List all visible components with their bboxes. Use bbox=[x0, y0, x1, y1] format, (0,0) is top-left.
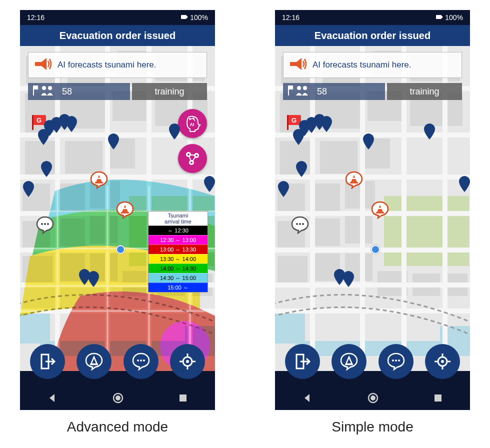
evacuee-marker[interactable] bbox=[296, 161, 307, 177]
evacuee-marker[interactable] bbox=[38, 129, 49, 145]
people-count: 58 bbox=[317, 86, 327, 97]
megaphone-icon bbox=[288, 56, 306, 74]
people-count-chip[interactable]: 58 bbox=[283, 83, 385, 100]
svg-rect-38 bbox=[181, 15, 186, 19]
status-bar: 12:16 100% bbox=[275, 10, 470, 25]
people-count-chip[interactable]: 58 bbox=[28, 83, 130, 100]
ai-badge[interactable]: AI bbox=[178, 109, 207, 138]
report-hazard-button[interactable] bbox=[76, 344, 112, 379]
android-nav-bar bbox=[275, 386, 470, 410]
nav-home-icon[interactable] bbox=[367, 392, 379, 404]
flag-people-icon bbox=[32, 84, 55, 99]
info-strip: 58 training bbox=[28, 83, 207, 100]
exit-button[interactable] bbox=[30, 344, 65, 379]
legend-row: 14:30 ～ 15:00 bbox=[148, 273, 208, 282]
hazard-bubble-icon bbox=[340, 352, 358, 371]
hazard-marker[interactable] bbox=[116, 201, 134, 219]
evacuee-marker[interactable] bbox=[343, 271, 354, 287]
user-location-dot bbox=[371, 245, 380, 254]
flag-people-icon bbox=[287, 84, 310, 99]
evacuee-marker[interactable] bbox=[321, 116, 332, 132]
exit-icon bbox=[294, 352, 312, 370]
evacuee-marker[interactable] bbox=[169, 124, 180, 140]
map[interactable]: AI forecasts tsunami here. 58 training A… bbox=[20, 46, 215, 386]
svg-point-44 bbox=[48, 86, 52, 90]
map[interactable]: AI forecasts tsunami here. 58 training bbox=[275, 46, 470, 386]
svg-point-52 bbox=[196, 154, 198, 156]
svg-rect-87 bbox=[434, 394, 442, 402]
alert-text: AI forecasts tsunami here. bbox=[58, 60, 156, 70]
svg-rect-69 bbox=[442, 16, 442, 18]
exit-button[interactable] bbox=[285, 344, 320, 379]
phone-advanced: 12:16 100% Evacuation order issued bbox=[20, 10, 215, 410]
status-time: 12:16 bbox=[282, 14, 300, 22]
status-battery: 100% bbox=[181, 14, 208, 22]
svg-point-80 bbox=[441, 360, 444, 363]
legend-row: 15:00 ～ bbox=[148, 282, 208, 292]
svg-rect-67 bbox=[180, 394, 186, 402]
hazard-marker[interactable] bbox=[90, 171, 108, 189]
svg-point-72 bbox=[297, 86, 301, 90]
svg-point-60 bbox=[186, 360, 189, 363]
user-location-dot bbox=[116, 245, 125, 254]
evacuee-marker[interactable] bbox=[108, 134, 119, 150]
svg-text:AI: AI bbox=[190, 122, 194, 127]
nav-back-icon[interactable] bbox=[48, 393, 58, 403]
legend-row: 14:00 ～ 14:30 bbox=[148, 264, 208, 273]
evacuee-marker[interactable] bbox=[424, 124, 435, 140]
nav-home-icon[interactable] bbox=[112, 392, 124, 404]
svg-rect-71 bbox=[288, 86, 289, 96]
hazard-marker[interactable] bbox=[371, 201, 389, 219]
svg-point-66 bbox=[116, 396, 120, 400]
evacuee-marker[interactable] bbox=[278, 181, 289, 197]
android-nav-bar bbox=[20, 386, 215, 410]
svg-point-73 bbox=[303, 86, 307, 90]
evacuee-marker[interactable] bbox=[459, 176, 470, 192]
evacuee-marker[interactable] bbox=[204, 176, 215, 192]
network-icon bbox=[184, 150, 202, 168]
alert-banner: AI forecasts tsunami here. bbox=[28, 52, 207, 78]
chat-button[interactable] bbox=[124, 344, 158, 379]
chat-icon bbox=[132, 352, 150, 371]
training-label: training bbox=[154, 86, 184, 97]
training-label: training bbox=[410, 86, 439, 97]
locate-button[interactable] bbox=[425, 344, 460, 379]
training-chip[interactable]: training bbox=[132, 83, 207, 100]
hazard-bubble-icon bbox=[84, 352, 104, 371]
svg-point-53 bbox=[190, 162, 192, 164]
evacuee-marker[interactable] bbox=[293, 129, 304, 145]
chat-button[interactable] bbox=[378, 344, 414, 379]
tsunami-legend: Tsunamiarrival time ～ 12:30 12:30 ～ 13:0… bbox=[148, 211, 208, 292]
phone-simple: 12:16 100% Evacuation order issued AI fo… bbox=[275, 10, 470, 410]
network-badge[interactable] bbox=[178, 144, 207, 173]
svg-rect-42 bbox=[33, 86, 34, 96]
chat-icon bbox=[386, 352, 406, 371]
report-hazard-button[interactable] bbox=[332, 344, 366, 379]
locate-icon bbox=[434, 352, 452, 370]
locate-button[interactable] bbox=[170, 344, 205, 379]
svg-point-78 bbox=[398, 360, 400, 362]
evacuee-marker[interactable] bbox=[41, 161, 52, 177]
training-chip[interactable]: training bbox=[387, 83, 462, 100]
header-title: Evacuation order issued bbox=[314, 30, 430, 42]
evacuee-marker[interactable] bbox=[88, 271, 99, 287]
alert-text: AI forecasts tsunami here. bbox=[312, 60, 411, 70]
legend-row: 13:30 ～ 14:00 bbox=[148, 254, 208, 264]
bottom-toolbar bbox=[20, 344, 215, 379]
evacuee-marker[interactable] bbox=[66, 116, 77, 132]
status-time: 12:16 bbox=[27, 14, 44, 22]
hazard-marker[interactable] bbox=[345, 171, 363, 189]
evacuee-marker[interactable] bbox=[23, 181, 34, 197]
evacuee-marker[interactable] bbox=[363, 134, 374, 150]
nav-recent-icon[interactable] bbox=[178, 394, 188, 402]
message-marker[interactable] bbox=[291, 216, 309, 234]
svg-point-76 bbox=[392, 360, 394, 362]
legend-row: 13:00 ～ 13:30 bbox=[148, 244, 208, 254]
message-marker[interactable] bbox=[36, 216, 54, 234]
nav-back-icon[interactable] bbox=[302, 393, 312, 403]
megaphone-icon bbox=[34, 56, 52, 74]
locate-icon bbox=[178, 352, 196, 370]
svg-point-56 bbox=[137, 360, 139, 362]
nav-recent-icon[interactable] bbox=[434, 394, 442, 402]
svg-point-51 bbox=[188, 154, 190, 156]
